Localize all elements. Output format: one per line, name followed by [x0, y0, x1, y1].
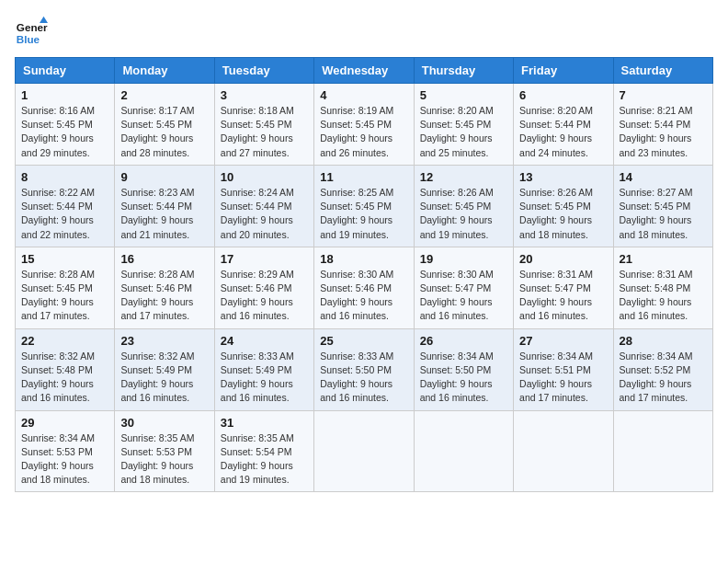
calendar-cell: 29 Sunrise: 8:34 AM Sunset: 5:53 PM Dayl…	[16, 410, 115, 492]
day-info: Sunrise: 8:27 AM Sunset: 5:45 PM Dayligh…	[620, 186, 707, 242]
day-info: Sunrise: 8:18 AM Sunset: 5:45 PM Dayligh…	[221, 104, 308, 160]
calendar-cell: 4 Sunrise: 8:19 AM Sunset: 5:45 PM Dayli…	[314, 84, 414, 166]
logo-icon: General Blue	[15, 15, 48, 48]
day-number: 15	[21, 252, 108, 266]
day-info: Sunrise: 8:32 AM Sunset: 5:49 PM Dayligh…	[120, 350, 208, 406]
calendar-header-thursday: Thursday	[414, 58, 513, 84]
calendar-cell: 30 Sunrise: 8:35 AM Sunset: 5:53 PM Dayl…	[115, 410, 214, 492]
day-number: 21	[620, 252, 707, 266]
day-number: 27	[519, 334, 607, 348]
day-info: Sunrise: 8:30 AM Sunset: 5:47 PM Dayligh…	[420, 268, 507, 324]
calendar-cell	[414, 410, 513, 492]
calendar-cell: 20 Sunrise: 8:31 AM Sunset: 5:47 PM Dayl…	[514, 247, 613, 328]
calendar-header-tuesday: Tuesday	[214, 58, 313, 84]
calendar-cell	[314, 410, 414, 492]
calendar: SundayMondayTuesdayWednesdayThursdayFrid…	[15, 57, 713, 492]
day-number: 11	[320, 170, 407, 184]
calendar-cell: 17 Sunrise: 8:29 AM Sunset: 5:46 PM Dayl…	[214, 247, 313, 328]
calendar-cell: 8 Sunrise: 8:22 AM Sunset: 5:44 PM Dayli…	[16, 165, 115, 247]
day-info: Sunrise: 8:32 AM Sunset: 5:48 PM Dayligh…	[21, 350, 108, 406]
day-info: Sunrise: 8:31 AM Sunset: 5:48 PM Dayligh…	[620, 268, 707, 324]
day-number: 3	[221, 88, 308, 102]
day-info: Sunrise: 8:19 AM Sunset: 5:45 PM Dayligh…	[320, 104, 407, 160]
day-number: 30	[120, 416, 208, 430]
calendar-cell: 18 Sunrise: 8:30 AM Sunset: 5:46 PM Dayl…	[314, 247, 414, 328]
day-info: Sunrise: 8:34 AM Sunset: 5:51 PM Dayligh…	[519, 350, 607, 406]
day-number: 14	[620, 170, 707, 184]
day-info: Sunrise: 8:28 AM Sunset: 5:46 PM Dayligh…	[120, 268, 208, 324]
day-number: 22	[21, 334, 108, 348]
calendar-cell: 16 Sunrise: 8:28 AM Sunset: 5:46 PM Dayl…	[115, 247, 214, 328]
day-number: 18	[320, 252, 407, 266]
day-number: 8	[21, 170, 108, 184]
day-info: Sunrise: 8:20 AM Sunset: 5:44 PM Dayligh…	[519, 104, 607, 160]
day-info: Sunrise: 8:35 AM Sunset: 5:53 PM Dayligh…	[120, 431, 208, 488]
day-info: Sunrise: 8:23 AM Sunset: 5:44 PM Dayligh…	[120, 186, 208, 242]
day-number: 29	[21, 416, 108, 430]
logo: General Blue	[15, 15, 48, 48]
calendar-cell: 3 Sunrise: 8:18 AM Sunset: 5:45 PM Dayli…	[214, 84, 313, 166]
day-info: Sunrise: 8:30 AM Sunset: 5:46 PM Dayligh…	[320, 268, 407, 324]
day-number: 24	[221, 334, 308, 348]
day-number: 25	[320, 334, 407, 348]
day-number: 5	[420, 88, 507, 102]
day-number: 6	[519, 88, 607, 102]
day-info: Sunrise: 8:28 AM Sunset: 5:45 PM Dayligh…	[21, 268, 108, 324]
day-number: 31	[221, 416, 308, 430]
svg-text:Blue: Blue	[17, 33, 40, 45]
calendar-cell: 13 Sunrise: 8:26 AM Sunset: 5:45 PM Dayl…	[514, 165, 613, 247]
day-info: Sunrise: 8:22 AM Sunset: 5:44 PM Dayligh…	[21, 186, 108, 242]
day-number: 9	[120, 170, 208, 184]
calendar-cell: 15 Sunrise: 8:28 AM Sunset: 5:45 PM Dayl…	[16, 247, 115, 328]
calendar-cell: 2 Sunrise: 8:17 AM Sunset: 5:45 PM Dayli…	[115, 84, 214, 166]
day-info: Sunrise: 8:34 AM Sunset: 5:53 PM Dayligh…	[21, 431, 108, 488]
header: General Blue	[15, 15, 713, 48]
calendar-cell	[514, 410, 613, 492]
day-number: 1	[21, 88, 108, 102]
day-number: 4	[320, 88, 407, 102]
calendar-cell: 11 Sunrise: 8:25 AM Sunset: 5:45 PM Dayl…	[314, 165, 414, 247]
day-number: 20	[519, 252, 607, 266]
day-number: 13	[519, 170, 607, 184]
calendar-cell: 10 Sunrise: 8:24 AM Sunset: 5:44 PM Dayl…	[214, 165, 313, 247]
day-number: 23	[120, 334, 208, 348]
day-info: Sunrise: 8:20 AM Sunset: 5:45 PM Dayligh…	[420, 104, 507, 160]
day-number: 17	[221, 252, 308, 266]
day-info: Sunrise: 8:33 AM Sunset: 5:50 PM Dayligh…	[320, 350, 407, 406]
calendar-cell: 7 Sunrise: 8:21 AM Sunset: 5:44 PM Dayli…	[613, 84, 712, 166]
calendar-cell: 24 Sunrise: 8:33 AM Sunset: 5:49 PM Dayl…	[214, 328, 313, 410]
calendar-cell: 31 Sunrise: 8:35 AM Sunset: 5:54 PM Dayl…	[214, 410, 313, 492]
calendar-cell: 25 Sunrise: 8:33 AM Sunset: 5:50 PM Dayl…	[314, 328, 414, 410]
day-info: Sunrise: 8:16 AM Sunset: 5:45 PM Dayligh…	[21, 104, 108, 160]
day-number: 26	[420, 334, 507, 348]
calendar-cell: 23 Sunrise: 8:32 AM Sunset: 5:49 PM Dayl…	[115, 328, 214, 410]
calendar-header-saturday: Saturday	[613, 58, 712, 84]
calendar-cell: 5 Sunrise: 8:20 AM Sunset: 5:45 PM Dayli…	[414, 84, 513, 166]
day-number: 28	[620, 334, 707, 348]
day-number: 7	[620, 88, 707, 102]
calendar-header-monday: Monday	[115, 58, 214, 84]
day-info: Sunrise: 8:26 AM Sunset: 5:45 PM Dayligh…	[519, 186, 607, 242]
calendar-header-sunday: Sunday	[16, 58, 115, 84]
calendar-cell: 21 Sunrise: 8:31 AM Sunset: 5:48 PM Dayl…	[613, 247, 712, 328]
day-info: Sunrise: 8:34 AM Sunset: 5:52 PM Dayligh…	[620, 350, 707, 406]
calendar-header-friday: Friday	[514, 58, 613, 84]
day-number: 12	[420, 170, 507, 184]
day-info: Sunrise: 8:25 AM Sunset: 5:45 PM Dayligh…	[320, 186, 407, 242]
day-info: Sunrise: 8:35 AM Sunset: 5:54 PM Dayligh…	[221, 431, 308, 488]
calendar-cell: 12 Sunrise: 8:26 AM Sunset: 5:45 PM Dayl…	[414, 165, 513, 247]
calendar-cell	[613, 410, 712, 492]
calendar-cell: 9 Sunrise: 8:23 AM Sunset: 5:44 PM Dayli…	[115, 165, 214, 247]
calendar-cell: 1 Sunrise: 8:16 AM Sunset: 5:45 PM Dayli…	[16, 84, 115, 166]
calendar-header-wednesday: Wednesday	[314, 58, 414, 84]
day-info: Sunrise: 8:21 AM Sunset: 5:44 PM Dayligh…	[620, 104, 707, 160]
day-number: 19	[420, 252, 507, 266]
calendar-cell: 14 Sunrise: 8:27 AM Sunset: 5:45 PM Dayl…	[613, 165, 712, 247]
calendar-cell: 6 Sunrise: 8:20 AM Sunset: 5:44 PM Dayli…	[514, 84, 613, 166]
day-info: Sunrise: 8:33 AM Sunset: 5:49 PM Dayligh…	[221, 350, 308, 406]
day-info: Sunrise: 8:31 AM Sunset: 5:47 PM Dayligh…	[519, 268, 607, 324]
day-info: Sunrise: 8:24 AM Sunset: 5:44 PM Dayligh…	[221, 186, 308, 242]
day-info: Sunrise: 8:29 AM Sunset: 5:46 PM Dayligh…	[221, 268, 308, 324]
svg-marker-2	[40, 17, 48, 23]
calendar-cell: 19 Sunrise: 8:30 AM Sunset: 5:47 PM Dayl…	[414, 247, 513, 328]
